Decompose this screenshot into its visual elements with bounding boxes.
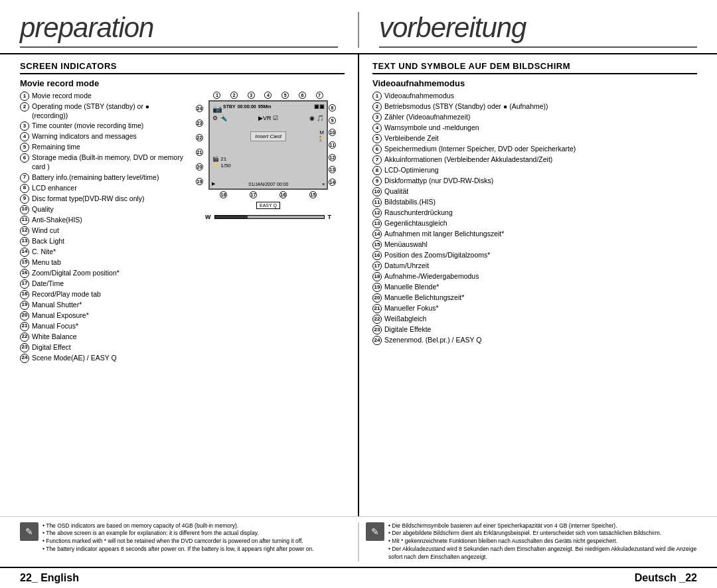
- item-text: Menu tab: [32, 258, 187, 267]
- cam-num-19: 19: [196, 178, 203, 185]
- list-item: 1Videoaufnahmemodus: [372, 92, 697, 101]
- item-text: Bildstabilis.(HIS): [384, 198, 697, 207]
- item-num: 21: [20, 322, 29, 331]
- item-num: 20: [372, 293, 382, 303]
- cam-num-8: 8: [329, 104, 336, 111]
- list-item: 6Storage media (Built-in memory, DVD or …: [20, 153, 187, 171]
- item-text: Digitale Effekte: [384, 325, 697, 334]
- item-text: Datum/Uhrzeit: [384, 261, 697, 271]
- stby-text: STBY: [223, 104, 236, 109]
- item-text: Menüauswahl: [384, 240, 697, 250]
- item-text: LCD enhancer: [32, 184, 187, 193]
- note-block-left: ✎ The OSD indicators are based on memory…: [20, 522, 351, 561]
- easy-q-label: EASY Q: [256, 202, 280, 209]
- list-item: 17Date/Time: [20, 279, 187, 289]
- item-num: 5: [20, 143, 29, 152]
- item-text: Remaining time: [32, 143, 187, 152]
- cam-num-6: 6: [299, 92, 306, 99]
- item-text: Manuelle Belichtungszeit*: [384, 293, 697, 303]
- item-text: Zoom/Digital Zoom position*: [32, 269, 187, 278]
- item-num: 5: [372, 134, 382, 143]
- cam-num-9: 9: [329, 117, 336, 124]
- icon-m1: M: [319, 129, 324, 135]
- icon-m2: 🚶: [317, 136, 324, 142]
- item-num: 9: [372, 177, 382, 186]
- cam-num-22: 22: [196, 134, 203, 141]
- note-text-left: The OSD indicators are based on memory c…: [42, 522, 351, 561]
- list-item: 5Verbleibende Zeit: [372, 134, 697, 143]
- note-icon-left: ✎: [20, 522, 39, 541]
- item-text: Date/Time: [32, 279, 187, 289]
- date-text: 01/JAN/2007 00:00: [248, 182, 288, 186]
- item-text: Time counter (movie recording time): [32, 121, 187, 131]
- cam-num-21: 21: [196, 149, 203, 156]
- list-item: 10Qualität: [372, 187, 697, 196]
- list-item: 22Weißabgleich: [372, 315, 697, 324]
- item-num: 22: [372, 315, 382, 324]
- cam-num-12: 12: [329, 154, 336, 161]
- list-item: 1Movie record mode: [20, 92, 187, 101]
- item-num: 3: [372, 113, 382, 122]
- list-item: 20Manuelle Belichtungszeit*: [372, 293, 697, 303]
- note-bullet: Der abgebildete Bildschirm dient als Erk…: [388, 530, 697, 538]
- item-text: Qualität: [384, 187, 697, 196]
- left-content-area: 1Movie record mode2Operating mode (STBY …: [20, 92, 345, 510]
- item-num: 15: [372, 240, 382, 250]
- header: preparation vorbereitung: [0, 0, 717, 54]
- item-num: 6: [372, 145, 382, 154]
- icon-row1: 🎬 21: [212, 156, 231, 162]
- item-text: C. Nite*: [32, 248, 187, 257]
- footer: 22_ English Deutsch _22: [0, 567, 717, 588]
- list-item: 9Diskformattyp (nur DVD-RW-Disks): [372, 177, 697, 186]
- item-num: 14: [372, 230, 382, 239]
- footer-right: Deutsch _22: [635, 572, 697, 584]
- item-text: Aufnahme-/Wiedergabemodus: [384, 272, 697, 281]
- list-item: 10Quality: [20, 205, 187, 214]
- list-item: 22White Balance: [20, 332, 187, 342]
- mode-icons: ⚙ 🔦: [212, 115, 227, 121]
- vr-icons: ▶VR ☑: [258, 115, 278, 121]
- play-btn: ▶: [212, 181, 215, 186]
- list-item: 6Speichermedium (Interner Speicher, DVD …: [372, 145, 697, 154]
- item-num: 4: [20, 132, 29, 141]
- list-item: 13Back Light: [20, 237, 187, 246]
- camera-icon: 📷: [212, 104, 222, 113]
- right-subsection-title: Videoaufnahmemodus: [372, 78, 697, 88]
- list-item: 23Digitale Effekte: [372, 325, 697, 334]
- cam-num-13: 13: [329, 166, 336, 173]
- zoom-bar: [214, 215, 325, 219]
- item-num: 17: [20, 279, 29, 289]
- list-item: 20Manual Exposure*: [20, 311, 187, 321]
- item-text: Manual Exposure*: [32, 311, 187, 321]
- item-num: 18: [372, 272, 382, 281]
- item-text: Zähler (Videoaufnahmezeit): [384, 113, 697, 122]
- item-num: 24: [20, 354, 29, 363]
- page: preparation vorbereitung SCREEN INDICATO…: [0, 0, 717, 588]
- left-numbered-list: 1Movie record mode2Operating mode (STBY …: [20, 92, 187, 510]
- cam-num-18: 18: [220, 191, 227, 198]
- item-text: Diskformattyp (nur DVD-RW-Disks): [384, 177, 697, 186]
- item-num: 19: [372, 283, 382, 292]
- cam-num-23: 23: [196, 119, 203, 127]
- item-text: Disc format type(DVD-RW disc only): [32, 194, 187, 204]
- cam-num-24: 24: [196, 105, 203, 112]
- item-text: Manueller Fokus*: [384, 304, 697, 313]
- list-item: 16Zoom/Digital Zoom position*: [20, 269, 187, 278]
- item-text: Szenenmod. (Bel.pr.) / EASY Q: [384, 336, 697, 345]
- list-item: 15Menüauswahl: [372, 240, 697, 250]
- left-title: preparation: [20, 12, 338, 48]
- left-panel: SCREEN INDICATORS Movie record mode 1Mov…: [0, 54, 359, 516]
- list-item: 4Warning indicators and messages: [20, 132, 187, 141]
- item-num: 17: [372, 261, 382, 271]
- list-item: 19Manuelle Blende*: [372, 283, 697, 292]
- list-item: 7Battery info.(remaining battery level/t…: [20, 173, 187, 183]
- right-numbered-list: 1Videoaufnahmemodus2Betriebsmodus (STBY …: [372, 92, 697, 510]
- camera-diagram-container: 1 2 3 4 5 6 7 24 23: [192, 92, 345, 510]
- note-bullet: Functions marked with * will not be reta…: [42, 538, 351, 546]
- cam-right-nums: 8 9 10 11 12 13 14: [328, 100, 341, 190]
- cam-num-11: 11: [329, 141, 336, 149]
- item-text: Operating mode (STBY (standby) or ● (rec…: [32, 102, 187, 120]
- note-text-right: Die Bildschirmsymbole basieren auf einer…: [388, 522, 697, 561]
- item-num: 11: [372, 198, 382, 207]
- item-num: 13: [20, 237, 29, 246]
